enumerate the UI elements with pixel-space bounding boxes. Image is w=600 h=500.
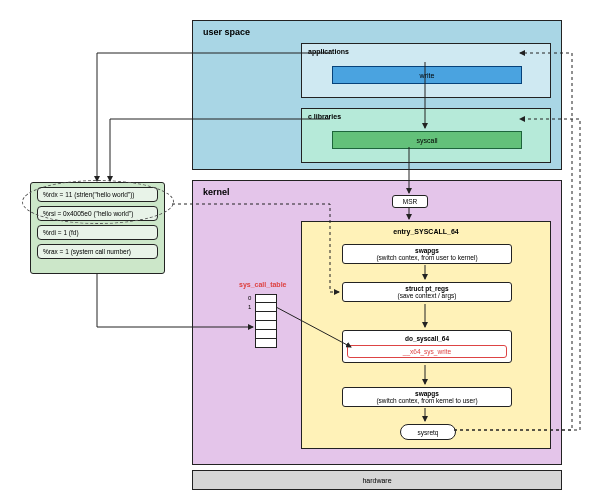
sct-idx0: 0 (248, 295, 251, 301)
userspace-title: user space (203, 27, 250, 37)
do-syscall-box: do_syscall_64 __x64_sys_write (342, 330, 512, 363)
kernel-title: kernel (203, 187, 230, 197)
hardware-box: hardware (192, 470, 562, 490)
sysretq-box: sysretq (400, 424, 456, 440)
regs-ellipse (22, 180, 174, 224)
entry-title: entry_SYSCALL_64 (302, 228, 550, 235)
hardware-label: hardware (362, 477, 391, 484)
entry-syscall-box: entry_SYSCALL_64 swapgs (switch contex, … (301, 221, 551, 449)
reg-rdi: %rdi = 1 (fd) (37, 225, 158, 240)
msr-box: MSR (392, 195, 428, 208)
sct-idx1: 1 (248, 304, 251, 310)
swapgs-in-box: swapgs (switch contex, from user to kern… (342, 244, 512, 264)
ptregs-box: struct pt_regs (save context / args) (342, 282, 512, 302)
swapgs-in-sub: (switch contex, from user to kernel) (347, 254, 507, 261)
do-syscall-title: do_syscall_64 (347, 335, 507, 342)
swapgs-out-sub: (switch contex, from kernel to user) (347, 397, 507, 404)
ptregs-title: struct pt_regs (347, 285, 507, 292)
applications-label: applications (308, 48, 349, 55)
swapgs-out-box: swapgs (switch contex, from kernel to us… (342, 387, 512, 407)
sct-table (255, 294, 277, 348)
syscall-box: syscall (332, 131, 522, 149)
x64-sys-write: __x64_sys_write (347, 345, 507, 358)
sct-label: sys_call_table (239, 281, 286, 288)
swapgs-out-title: swapgs (347, 390, 507, 397)
reg-rax: %rax = 1 (system call number) (37, 244, 158, 259)
userspace-box: user space applications write c librarie… (192, 20, 562, 170)
kernel-box: kernel MSR entry_SYSCALL_64 swapgs (swit… (192, 180, 562, 465)
applications-box: applications write (301, 43, 551, 98)
clibs-label: c libraries (308, 113, 341, 120)
ptregs-sub: (save context / args) (347, 292, 507, 299)
clibs-box: c libraries syscall (301, 108, 551, 163)
write-box: write (332, 66, 522, 84)
swapgs-in-title: swapgs (347, 247, 507, 254)
